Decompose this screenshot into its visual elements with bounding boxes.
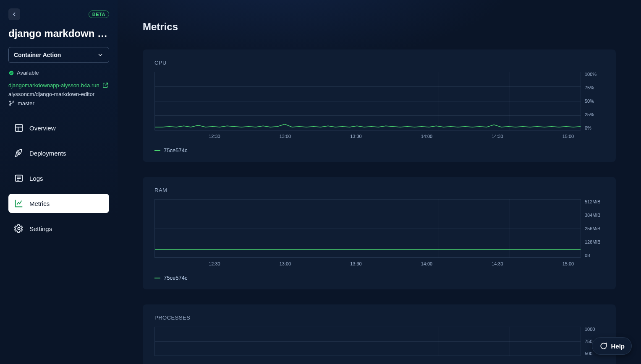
back-button[interactable] bbox=[8, 8, 20, 20]
app-url-text: djangomarkdownapp-alysson.b4a.run bbox=[8, 82, 99, 88]
metrics-icon bbox=[14, 199, 24, 208]
axis-tick: 13:30 bbox=[350, 261, 362, 266]
nav-metrics[interactable]: Metrics bbox=[8, 194, 109, 213]
branch-icon bbox=[8, 100, 15, 107]
axis-tick: 0% bbox=[585, 125, 604, 130]
ram-legend: 75ce574c bbox=[154, 275, 604, 281]
page-title: Metrics bbox=[143, 21, 616, 33]
status-label: Available bbox=[17, 70, 39, 76]
axis-tick: 0B bbox=[585, 253, 604, 258]
axis-tick: 13:30 bbox=[350, 134, 362, 139]
axis-tick: 12:30 bbox=[209, 134, 220, 139]
main-content: Metrics CPU 12:3013:0013:3014:0014:3015:… bbox=[118, 0, 641, 364]
beta-badge: BETA bbox=[89, 10, 109, 18]
svg-point-6 bbox=[18, 227, 20, 230]
axis-tick: 128MiB bbox=[585, 239, 604, 244]
axis-tick: 512MiB bbox=[585, 199, 604, 204]
axis-tick: 14:00 bbox=[421, 261, 433, 266]
ram-chart[interactable] bbox=[154, 199, 581, 258]
axis-tick: 75% bbox=[585, 85, 604, 90]
sidebar-nav: Overview Deployments Logs Metrics Settin… bbox=[8, 118, 109, 238]
axis-tick: 14:30 bbox=[492, 261, 503, 266]
svg-point-3 bbox=[13, 101, 14, 102]
cpu-card: CPU 12:3013:0013:3014:0014:3015:00 100%7… bbox=[143, 49, 616, 162]
axis-tick: 15:00 bbox=[563, 261, 574, 266]
axis-tick: 384MiB bbox=[585, 213, 604, 218]
help-button[interactable]: Help bbox=[592, 337, 632, 355]
legend-series-id: 75ce574c bbox=[164, 275, 187, 281]
legend-swatch bbox=[154, 150, 160, 151]
processes-card: PROCESSES 1000750500 bbox=[143, 304, 616, 364]
nav-label: Metrics bbox=[29, 200, 50, 207]
cpu-chart[interactable] bbox=[154, 72, 581, 130]
branch-name: master bbox=[18, 100, 34, 107]
axis-tick: 13:00 bbox=[280, 134, 291, 139]
nav-logs[interactable]: Logs bbox=[8, 169, 109, 188]
svg-point-2 bbox=[10, 104, 11, 106]
nav-overview[interactable]: Overview bbox=[8, 118, 109, 138]
processes-chart[interactable] bbox=[154, 327, 581, 356]
chart-title: RAM bbox=[154, 187, 604, 193]
settings-icon bbox=[14, 224, 24, 233]
legend-swatch bbox=[154, 278, 160, 278]
chart-title: CPU bbox=[154, 60, 604, 66]
chart-title: PROCESSES bbox=[154, 315, 604, 321]
app-title: django markdown a... bbox=[8, 28, 109, 39]
cpu-legend: 75ce574c bbox=[154, 147, 604, 153]
branch-row: master bbox=[8, 100, 109, 107]
nav-deployments[interactable]: Deployments bbox=[8, 143, 109, 163]
ram-card: RAM 12:3013:0013:3014:0014:3015:00 512Mi… bbox=[143, 177, 616, 289]
axis-tick: 1000 bbox=[585, 327, 604, 332]
svg-rect-4 bbox=[16, 125, 23, 132]
nav-label: Logs bbox=[29, 175, 43, 182]
dropdown-label: Container Action bbox=[14, 52, 61, 58]
axis-tick: 15:00 bbox=[563, 134, 574, 139]
chevron-down-icon bbox=[97, 52, 104, 58]
nav-settings[interactable]: Settings bbox=[8, 219, 109, 238]
chat-icon bbox=[599, 342, 607, 350]
logs-icon bbox=[14, 174, 24, 183]
help-label: Help bbox=[611, 343, 625, 350]
axis-tick: 100% bbox=[585, 72, 604, 77]
arrow-left-icon bbox=[11, 11, 18, 18]
legend-series-id: 75ce574c bbox=[164, 147, 187, 153]
external-link-icon bbox=[102, 82, 109, 88]
axis-tick: 14:30 bbox=[492, 134, 503, 139]
app-url-link[interactable]: djangomarkdownapp-alysson.b4a.run bbox=[8, 82, 109, 88]
sidebar: BETA django markdown a... Container Acti… bbox=[0, 0, 118, 364]
svg-point-1 bbox=[10, 101, 11, 102]
axis-tick: 50% bbox=[585, 99, 604, 104]
axis-tick: 25% bbox=[585, 112, 604, 117]
nav-label: Overview bbox=[29, 125, 56, 132]
axis-tick: 12:30 bbox=[209, 261, 220, 266]
deployments-icon bbox=[14, 148, 24, 158]
axis-tick: 14:00 bbox=[421, 134, 433, 139]
overview-icon bbox=[14, 123, 24, 133]
axis-tick: 13:00 bbox=[280, 261, 291, 266]
nav-label: Deployments bbox=[29, 150, 66, 157]
axis-tick: 256MiB bbox=[585, 226, 604, 231]
repo-path: alyssoncm/django-markdown-editor bbox=[8, 91, 109, 97]
nav-label: Settings bbox=[29, 225, 52, 232]
container-action-dropdown[interactable]: Container Action bbox=[8, 47, 109, 63]
status-available-icon bbox=[8, 70, 14, 76]
status-row: Available bbox=[8, 70, 109, 76]
